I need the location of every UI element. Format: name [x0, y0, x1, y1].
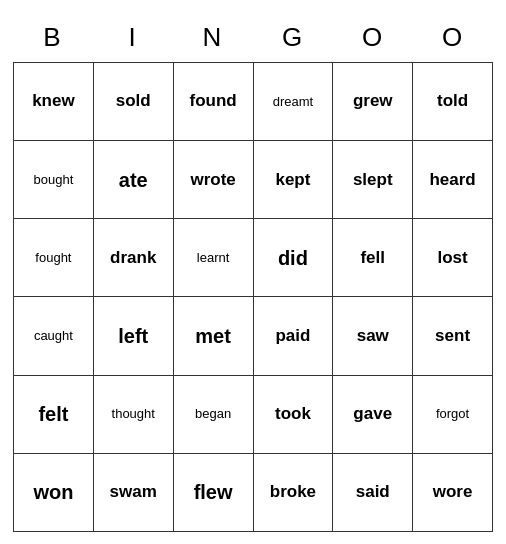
header-letter-o-4: O: [333, 12, 413, 62]
cell-text-3-0: caught: [34, 328, 73, 344]
header-letter-n-2: N: [173, 12, 253, 62]
cell-text-5-0: won: [33, 480, 73, 504]
cell-2-2: learnt: [174, 219, 254, 297]
cell-5-1: swam: [94, 454, 174, 532]
cell-text-4-3: took: [275, 404, 311, 424]
cell-1-4: slept: [333, 141, 413, 219]
cell-text-2-1: drank: [110, 248, 156, 268]
header-letter-i-1: I: [93, 12, 173, 62]
cell-text-5-4: said: [356, 482, 390, 502]
cell-4-3: took: [254, 376, 334, 454]
header-letter-o-5: O: [413, 12, 493, 62]
cell-text-3-2: met: [195, 324, 231, 348]
cell-text-0-3: dreamt: [273, 94, 313, 110]
cell-5-0: won: [14, 454, 94, 532]
cell-text-3-1: left: [118, 324, 148, 348]
cell-text-1-4: slept: [353, 170, 393, 190]
cell-3-5: sent: [413, 297, 493, 375]
cell-4-5: forgot: [413, 376, 493, 454]
cell-4-4: gave: [333, 376, 413, 454]
cell-1-3: kept: [254, 141, 334, 219]
cell-2-0: fought: [14, 219, 94, 297]
header-letter-b-0: B: [13, 12, 93, 62]
cell-text-4-4: gave: [353, 404, 392, 424]
cell-text-5-2: flew: [194, 480, 233, 504]
cell-5-3: broke: [254, 454, 334, 532]
cell-3-1: left: [94, 297, 174, 375]
cell-5-4: said: [333, 454, 413, 532]
cell-0-0: knew: [14, 63, 94, 141]
cell-text-0-5: told: [437, 91, 468, 111]
cell-3-0: caught: [14, 297, 94, 375]
cell-0-2: found: [174, 63, 254, 141]
cell-text-1-5: heard: [429, 170, 475, 190]
cell-text-4-5: forgot: [436, 406, 469, 422]
cell-text-1-3: kept: [275, 170, 310, 190]
cell-2-5: lost: [413, 219, 493, 297]
cell-1-5: heard: [413, 141, 493, 219]
cell-3-3: paid: [254, 297, 334, 375]
cell-text-5-3: broke: [270, 482, 316, 502]
header-letter-g-3: G: [253, 12, 333, 62]
cell-1-0: bought: [14, 141, 94, 219]
cell-text-0-2: found: [189, 91, 236, 111]
cell-4-0: felt: [14, 376, 94, 454]
cell-1-1: ate: [94, 141, 174, 219]
cell-text-2-4: fell: [360, 248, 385, 268]
cell-4-2: began: [174, 376, 254, 454]
cell-5-2: flew: [174, 454, 254, 532]
cell-text-1-1: ate: [119, 168, 148, 192]
cell-text-3-3: paid: [275, 326, 310, 346]
bingo-card: BINGOO knewsoldfounddreamtgrewtoldbought…: [13, 12, 493, 532]
cell-0-4: grew: [333, 63, 413, 141]
cell-text-5-1: swam: [110, 482, 157, 502]
cell-text-2-0: fought: [35, 250, 71, 266]
cell-text-0-0: knew: [32, 91, 75, 111]
cell-2-3: did: [254, 219, 334, 297]
cell-2-4: fell: [333, 219, 413, 297]
cell-text-2-5: lost: [437, 248, 467, 268]
cell-0-5: told: [413, 63, 493, 141]
cell-text-5-5: wore: [433, 482, 473, 502]
cell-text-0-4: grew: [353, 91, 393, 111]
cell-text-2-2: learnt: [197, 250, 230, 266]
bingo-header: BINGOO: [13, 12, 493, 62]
bingo-grid: knewsoldfounddreamtgrewtoldboughtatewrot…: [13, 62, 493, 532]
cell-4-1: thought: [94, 376, 174, 454]
cell-3-4: saw: [333, 297, 413, 375]
cell-text-1-0: bought: [34, 172, 74, 188]
cell-2-1: drank: [94, 219, 174, 297]
cell-text-4-1: thought: [112, 406, 155, 422]
cell-1-2: wrote: [174, 141, 254, 219]
cell-0-1: sold: [94, 63, 174, 141]
cell-text-4-0: felt: [38, 402, 68, 426]
cell-3-2: met: [174, 297, 254, 375]
cell-text-0-1: sold: [116, 91, 151, 111]
cell-text-3-4: saw: [357, 326, 389, 346]
cell-text-3-5: sent: [435, 326, 470, 346]
cell-5-5: wore: [413, 454, 493, 532]
cell-0-3: dreamt: [254, 63, 334, 141]
cell-text-4-2: began: [195, 406, 231, 422]
cell-text-2-3: did: [278, 246, 308, 270]
cell-text-1-2: wrote: [190, 170, 235, 190]
